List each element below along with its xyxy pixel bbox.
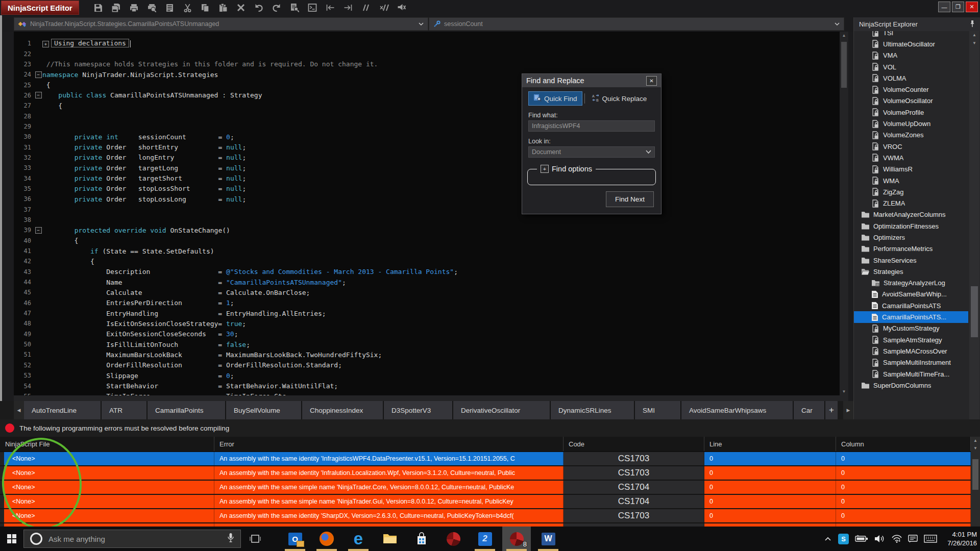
code-editor[interactable]: 1+Using declarations2223 //This namespac… (14, 32, 840, 402)
scroll-down-icon[interactable]: ▼ (969, 39, 979, 47)
close-button[interactable]: ✕ (966, 2, 978, 12)
pin-icon[interactable] (969, 20, 975, 29)
explorer-item-VOLMA[interactable]: VOLMA (854, 72, 968, 84)
editor-vertical-scrollbar[interactable]: ▲ ▼ (840, 32, 848, 395)
taskbar-app-store[interactable] (407, 527, 436, 551)
chevron-up-icon[interactable] (824, 535, 832, 542)
error-row[interactable]: <None>An assembly with the same identity… (0, 509, 971, 522)
delete-icon[interactable] (235, 2, 247, 14)
taskbar-app-file-explorer[interactable] (376, 527, 404, 551)
explorer-item-Strategies[interactable]: Strategies (854, 266, 968, 277)
collapse-minus-icon[interactable]: − (35, 71, 42, 78)
touch-keyboard-icon[interactable] (924, 535, 937, 543)
redo-icon[interactable] (271, 2, 283, 14)
explorer-item-VolumeZones[interactable]: VolumeZones (854, 130, 968, 141)
explorer-item-SampleMACrossOver[interactable]: SampleMACrossOver (854, 345, 968, 357)
explorer-item-VMA[interactable]: VMA (854, 50, 968, 61)
indent-icon[interactable] (342, 2, 354, 14)
page-setup-icon[interactable] (163, 2, 176, 14)
tab-scroll-right-icon[interactable]: ▶ (843, 401, 853, 419)
volume-icon[interactable] (874, 534, 886, 543)
comment-icon[interactable] (360, 2, 372, 14)
dialog-close-icon[interactable]: ✕ (646, 76, 657, 86)
explorer-item-Optimizers[interactable]: Optimizers (854, 232, 968, 243)
column-header-column[interactable]: Column (836, 437, 971, 451)
type-selector-dropdown[interactable]: NinjaTrader.NinjaScript.Strategies.Camar… (14, 17, 428, 31)
explorer-item-ZLEMA[interactable]: ZLEMA (854, 197, 968, 209)
scroll-up-icon[interactable]: ▲ (971, 437, 980, 444)
explorer-item-SampleAtmStrategy[interactable]: SampleAtmStrategy (854, 334, 968, 345)
taskbar-app-ninjatrader[interactable] (439, 527, 468, 551)
explorer-item-MyCustomStrategy[interactable]: MyCustomStrategy (854, 323, 968, 334)
explorer-item-VOL[interactable]: VOL (854, 61, 968, 72)
explorer-item-TSI[interactable]: TSI (854, 31, 968, 38)
microphone-icon[interactable] (227, 533, 234, 545)
explorer-item-ZigZag[interactable]: ZigZag (854, 186, 968, 197)
tab-ATR[interactable]: ATR (102, 401, 148, 419)
explorer-item-PerformanceMetrics[interactable]: PerformanceMetrics (854, 243, 968, 255)
start-button[interactable] (0, 527, 23, 551)
explorer-item-VolumeOscillator[interactable]: VolumeOscillator (854, 95, 968, 107)
explorer-item-VolumeProfile[interactable]: VolumeProfile (854, 107, 968, 118)
scrollbar-thumb[interactable] (971, 286, 978, 337)
paste-icon[interactable] (217, 2, 229, 14)
expand-plus-icon[interactable]: + (42, 41, 49, 47)
column-header-line[interactable]: Line (704, 437, 836, 451)
cortana-search-input[interactable]: Ask me anything (23, 530, 241, 548)
tab-quick-find[interactable]: Quick Find (528, 91, 582, 106)
tab-D3SpotterV3[interactable]: D3SpotterV3 (384, 401, 453, 419)
restore-button[interactable]: ❐ (952, 2, 964, 12)
look-in-dropdown[interactable]: Document (528, 146, 655, 158)
find-next-button[interactable]: Find Next (606, 191, 654, 207)
scroll-down-icon[interactable]: ▼ (840, 388, 848, 395)
output-window-icon[interactable] (306, 2, 318, 14)
new-tab-button[interactable]: + (825, 401, 838, 419)
scroll-up-icon[interactable]: ▲ (969, 31, 979, 39)
scroll-up-icon[interactable]: ▲ (840, 32, 848, 39)
save-icon[interactable] (92, 2, 104, 14)
scrollbar-thumb[interactable] (972, 459, 978, 490)
column-header-code[interactable]: Code (564, 437, 704, 451)
find-in-files-icon[interactable] (288, 2, 301, 14)
taskbar-clock[interactable]: 4:01 PM 7/26/2016 (947, 527, 977, 551)
cut-icon[interactable] (181, 2, 193, 14)
scroll-down-icon[interactable]: ▼ (971, 444, 980, 452)
explorer-item-AvoidSameBarWhip[interactable]: AvoidSameBarWhip... (854, 289, 968, 300)
taskbar-app-ninjatrader-8[interactable]: 8 (502, 527, 531, 551)
compile-icon[interactable] (396, 2, 408, 14)
error-row[interactable]: <None>An assembly with the same simple n… (0, 481, 971, 494)
battery-icon[interactable] (855, 535, 868, 543)
explorer-item-VolumeCounter[interactable]: VolumeCounter (854, 84, 968, 95)
print-preview-icon[interactable] (145, 2, 158, 14)
explorer-item-StrategyAnalyzerLog[interactable]: StrategyAnalyzerLog (854, 278, 968, 289)
print-icon[interactable] (128, 2, 140, 14)
collapsed-region[interactable]: Using declarations (51, 39, 129, 47)
taskbar-app-outlook[interactable]: O (281, 527, 309, 551)
explorer-item-CamarillaPointsATS[interactable]: CamarillaPointsATS (854, 300, 968, 311)
error-row[interactable]: <None>An assembly with the same identity… (0, 452, 971, 465)
minimize-button[interactable]: — (938, 2, 950, 12)
wifi-icon[interactable] (892, 535, 902, 543)
error-row[interactable]: <None>An assembly with the same simple n… (0, 495, 971, 508)
explorer-item-VolumeUpDown[interactable]: VolumeUpDown (854, 118, 968, 129)
dialog-title-bar[interactable]: Find and Replace ✕ (522, 74, 661, 87)
tab-DynamicSRLines[interactable]: DynamicSRLines (551, 401, 635, 419)
explorer-item-WilliamsR[interactable]: WilliamsR (854, 164, 968, 175)
column-header-ninjascript-file[interactable]: NinjaScript File (0, 437, 214, 451)
tab-SMI[interactable]: SMI (635, 401, 681, 419)
taskbar-app-blue-app[interactable]: 2 (471, 527, 499, 551)
uncomment-icon[interactable] (378, 2, 390, 14)
tab-CamarillaPoints[interactable]: CamarillaPoints (148, 401, 226, 419)
explorer-item-OptimizationFitnesses[interactable]: OptimizationFitnesses (854, 220, 968, 232)
explorer-item-VROC[interactable]: VROC (854, 141, 968, 152)
tab-AvoidSameBarWhipsaws[interactable]: AvoidSameBarWhipsaws (681, 401, 794, 419)
member-selector-dropdown[interactable]: sessionCount (429, 17, 844, 31)
tab-ChoppinessIndex[interactable]: ChoppinessIndex (302, 401, 384, 419)
expand-plus-icon[interactable]: + (541, 165, 549, 173)
save-all-icon[interactable] (110, 2, 122, 14)
find-options-expander[interactable]: + Find options (537, 165, 596, 173)
explorer-item-CamarillaPointsATS[interactable]: CamarillaPointsATS... (854, 311, 968, 322)
task-view-button[interactable] (244, 527, 266, 551)
outdent-icon[interactable] (324, 2, 336, 14)
taskbar-app-word[interactable]: W (534, 527, 562, 551)
